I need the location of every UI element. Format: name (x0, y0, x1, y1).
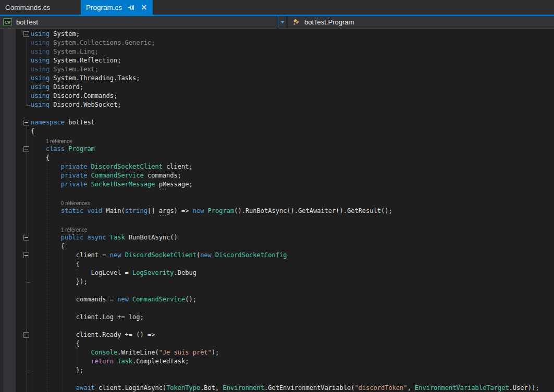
code-line[interactable]: public async Task RunBotAsync() (0, 233, 554, 242)
code-line[interactable]: await client.LoginAsync(TokenType.Bot, E… (0, 384, 554, 392)
code-line[interactable]: { (0, 242, 554, 251)
code-line-blank[interactable] (0, 189, 554, 198)
code-line[interactable]: using Discord.Commands; (0, 92, 554, 100)
code-line[interactable]: using Discord; (0, 83, 554, 92)
code-line-blank[interactable] (0, 322, 554, 331)
code-line[interactable]: using System; (0, 30, 554, 39)
code-line[interactable]: }); (0, 277, 554, 286)
tab-commands-cs[interactable]: Commands.cs (0, 0, 77, 15)
code-line[interactable]: using Discord.WebSocket; (0, 100, 554, 109)
code-line[interactable]: { (0, 339, 554, 348)
code-line[interactable]: using System.Collections.Generic; (0, 39, 554, 47)
code-line[interactable]: client.Log += log; (0, 313, 554, 322)
tab-label: Program.cs (86, 4, 122, 11)
code-line[interactable]: commands = new CommandService(); (0, 295, 554, 304)
code-line-blank[interactable] (0, 304, 554, 313)
code-line[interactable]: class Program (0, 145, 554, 154)
code-line[interactable]: return Task.CompletedTask; (0, 357, 554, 366)
code-line[interactable]: private CommandService commands; (0, 171, 554, 180)
code-line[interactable]: static void Main(string[] args) => new P… (0, 207, 554, 216)
code-line[interactable]: { (0, 154, 554, 162)
codelens-reference-link[interactable]: 1 référence (0, 136, 554, 145)
code-line[interactable]: using System.Linq; (0, 47, 554, 56)
code-line[interactable]: using System.Threading.Tasks; (0, 74, 554, 83)
code-line[interactable]: LogLevel = LogSeverity.Debug (0, 269, 554, 277)
code-line[interactable]: using System.Reflection; (0, 56, 554, 65)
editor-surface[interactable]: using System;using System.Collections.Ge… (0, 29, 554, 392)
code-area[interactable]: using System;using System.Collections.Ge… (0, 30, 554, 392)
project-dropdown-label: botTest (16, 18, 38, 26)
code-line[interactable]: private SocketUserMessage pMessage; (0, 180, 554, 189)
codelens-reference-link[interactable]: 1 référence (0, 224, 554, 233)
code-line-blank[interactable] (0, 109, 554, 118)
member-dropdown-label: botTest.Program (304, 18, 354, 26)
member-dropdown[interactable]: botTest.Program (286, 16, 554, 28)
code-line[interactable]: namespace botTest (0, 118, 554, 127)
chevron-down-icon (280, 21, 285, 23)
code-line[interactable]: client = new DiscordSocketClient(new Dis… (0, 251, 554, 260)
tab-strip: Commands.csProgram.cs× (0, 0, 554, 15)
close-icon[interactable]: × (141, 4, 147, 11)
project-dropdown-button[interactable] (278, 16, 286, 28)
class-icon (292, 18, 301, 26)
navigation-bar: C# botTest botTest.Program (0, 16, 554, 29)
code-line[interactable]: }; (0, 366, 554, 375)
csharp-project-icon: C# (3, 18, 12, 26)
code-line[interactable]: Console.WriteLine("Je suis prêt"); (0, 348, 554, 357)
code-line[interactable]: using System.Text; (0, 65, 554, 74)
code-line[interactable]: { (0, 260, 554, 269)
code-line-blank[interactable] (0, 216, 554, 224)
code-line[interactable]: { (0, 127, 554, 136)
code-line-blank[interactable] (0, 375, 554, 384)
code-line-blank[interactable] (0, 286, 554, 295)
tab-program-cs[interactable]: Program.cs× (81, 0, 153, 15)
codelens-reference-link[interactable]: 0 références (0, 198, 554, 207)
code-line[interactable]: client.Ready += () => (0, 331, 554, 339)
tab-label: Commands.cs (5, 4, 50, 11)
code-line[interactable]: private DiscordSocketClient client; (0, 162, 554, 171)
pin-icon[interactable] (128, 4, 135, 11)
project-dropdown[interactable]: C# botTest (0, 16, 278, 28)
